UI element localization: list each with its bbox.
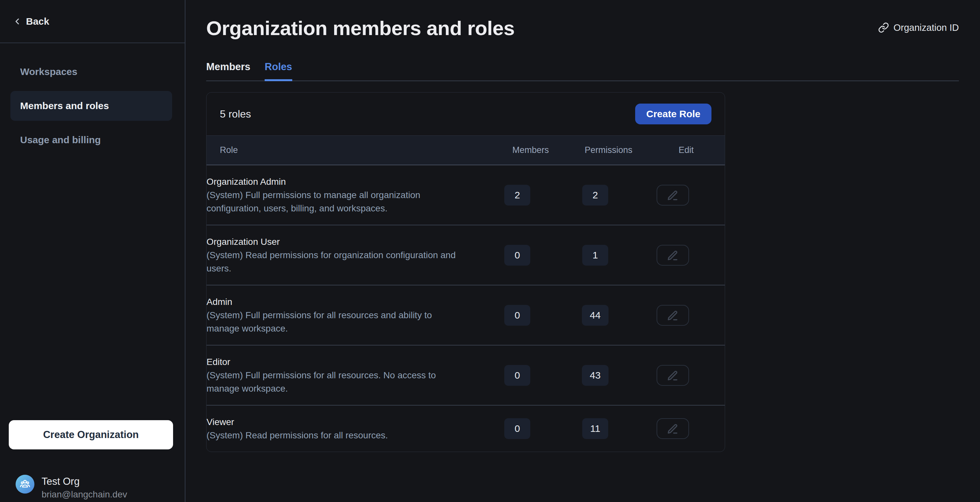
role-description: (System) Full permissions for all resour… <box>207 308 504 335</box>
role-name: Organization Admin <box>207 175 504 188</box>
tab-roles[interactable]: Roles <box>265 61 292 81</box>
edit-role-button[interactable] <box>657 245 689 265</box>
main-content: Organization members and roles Organizat… <box>185 0 980 502</box>
roles-panel: 5 roles Create Role Role Members Permiss… <box>206 92 725 452</box>
role-description: (System) Read permissions for organizati… <box>207 248 504 275</box>
sidebar-item-members-and-roles[interactable]: Members and roles <box>10 91 172 121</box>
role-cell: Viewer (System) Read permissions for all… <box>207 415 504 442</box>
table-row: Editor (System) Full permissions for all… <box>207 345 725 405</box>
column-header-role: Role <box>220 145 518 155</box>
user-email: brian@langchain.dev <box>41 488 127 501</box>
organization-id-button[interactable]: Organization ID <box>878 22 959 33</box>
column-header-permissions: Permissions <box>584 145 632 155</box>
role-cell: Organization Admin (System) Full permiss… <box>207 175 504 215</box>
tab-bar: Members Roles <box>206 61 959 81</box>
members-count-badge: 0 <box>504 365 530 386</box>
column-header-members: Members <box>512 145 549 155</box>
organization-settings-page: Back Workspaces Members and roles Usage … <box>0 0 980 502</box>
permissions-count-badge: 44 <box>582 305 608 326</box>
role-name: Viewer <box>207 415 504 429</box>
page-header: Organization members and roles Organizat… <box>206 17 959 40</box>
roles-count: 5 roles <box>220 108 251 120</box>
tab-members[interactable]: Members <box>206 61 250 81</box>
page-title: Organization members and roles <box>206 17 515 40</box>
pencil-icon <box>666 248 679 262</box>
role-cell: Organization User (System) Read permissi… <box>207 235 504 275</box>
members-count-badge: 0 <box>504 305 530 326</box>
table-row: Viewer (System) Read permissions for all… <box>207 405 725 452</box>
role-cell: Admin (System) Full permissions for all … <box>207 295 504 335</box>
permissions-count-badge: 2 <box>582 185 608 205</box>
permissions-count-badge: 1 <box>582 245 608 265</box>
pencil-icon <box>666 188 679 202</box>
roles-table-body: Organization Admin (System) Full permiss… <box>207 165 725 452</box>
permissions-count-badge: 11 <box>582 418 608 439</box>
members-count-badge: 2 <box>504 185 530 205</box>
back-button[interactable]: Back <box>0 0 185 43</box>
create-role-button[interactable]: Create Role <box>635 103 711 124</box>
org-name: Test Org <box>41 475 127 488</box>
roles-panel-header: 5 roles Create Role <box>207 92 725 135</box>
pencil-icon <box>666 369 679 382</box>
sidebar: Back Workspaces Members and roles Usage … <box>0 0 185 502</box>
table-row: Organization User (System) Read permissi… <box>207 226 725 286</box>
current-org-switcher[interactable]: Test Org brian@langchain.dev <box>16 475 127 501</box>
sidebar-item-usage-and-billing[interactable]: Usage and billing <box>10 125 172 155</box>
link-icon <box>878 22 889 33</box>
edit-role-button[interactable] <box>657 365 689 386</box>
role-description: (System) Read permissions for all resour… <box>207 429 504 442</box>
column-header-edit: Edit <box>679 145 694 155</box>
role-cell: Editor (System) Full permissions for all… <box>207 355 504 395</box>
org-user-meta: Test Org brian@langchain.dev <box>41 475 127 501</box>
users-icon <box>19 478 31 490</box>
permissions-count-badge: 43 <box>582 365 608 386</box>
role-name: Editor <box>207 355 504 369</box>
edit-role-button[interactable] <box>657 305 689 326</box>
edit-role-button[interactable] <box>657 185 689 205</box>
back-label: Back <box>26 16 49 27</box>
role-description: (System) Full permissions to manage all … <box>207 188 504 215</box>
table-header-row: Role Members Permissions Edit <box>207 135 725 165</box>
pencil-icon <box>666 422 679 435</box>
members-count-badge: 0 <box>504 418 530 439</box>
sidebar-item-workspaces[interactable]: Workspaces <box>10 57 172 87</box>
table-row: Admin (System) Full permissions for all … <box>207 286 725 345</box>
edit-role-button[interactable] <box>657 418 689 439</box>
organization-id-label: Organization ID <box>894 22 959 33</box>
chevron-left-icon <box>12 17 22 26</box>
org-avatar <box>16 475 34 494</box>
sidebar-nav: Workspaces Members and roles Usage and b… <box>10 57 172 155</box>
members-count-badge: 0 <box>504 245 530 265</box>
pencil-icon <box>666 308 679 322</box>
create-organization-button[interactable]: Create Organization <box>9 420 173 450</box>
role-name: Organization User <box>207 235 504 248</box>
role-description: (System) Full permissions for all resour… <box>207 369 504 395</box>
table-row: Organization Admin (System) Full permiss… <box>207 165 725 226</box>
role-name: Admin <box>207 295 504 308</box>
